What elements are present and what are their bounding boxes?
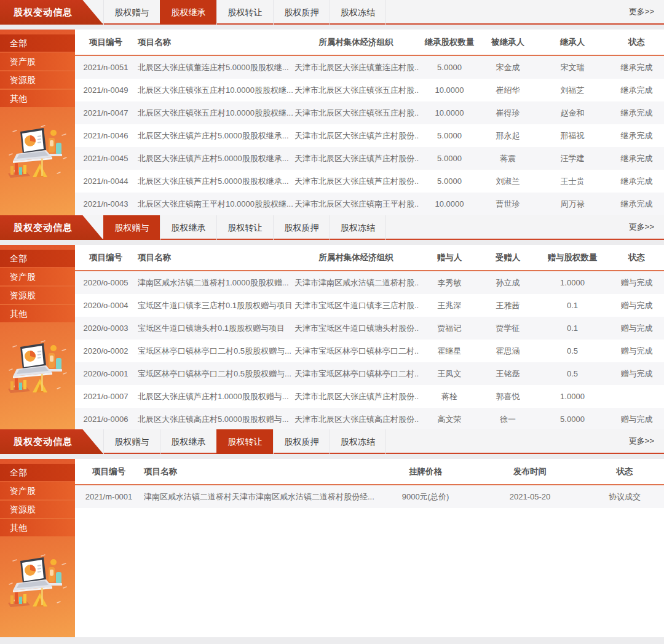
table-cell: 天津市北辰区大张庄镇南王平村股... xyxy=(293,199,419,210)
sidebar-item-resource-shares[interactable]: 资源股 xyxy=(0,71,75,89)
tab-equity-freeze[interactable]: 股权冻结 xyxy=(330,429,386,454)
table-cell: 贾福记 xyxy=(419,323,480,334)
table-cell: 王铭磊 xyxy=(480,368,536,380)
section-content: 全部资产股资源股其他 项目编号项目名称挂牌价格发布时间状态2021/m- xyxy=(0,459,664,637)
table-cell: 天津市宝坻区林亭口镇林亭口二村... xyxy=(293,346,419,357)
table-cell: 郭喜悦 xyxy=(480,391,536,402)
table-row[interactable]: 2020/o-0004宝坻区牛道口镇李三店村0.1股股权赠与项目天津市宝坻区牛道… xyxy=(75,294,664,317)
tab-equity-transfer[interactable]: 股权转让 xyxy=(216,215,273,240)
table-row[interactable]: 2021/n-0051北辰区大张庄镇董连庄村5.0000股股权继...天津市北辰… xyxy=(75,56,664,79)
table-cell: 2020/o-0001 xyxy=(75,369,136,378)
table-cell: 天津市宝坻区牛道口镇塘头村股份... xyxy=(293,323,419,334)
section-header-bar: 股权变动信息股权赠与股权继承股权转让股权质押股权冻结更多>> xyxy=(0,215,664,240)
tab-equity-pledge[interactable]: 股权质押 xyxy=(273,215,330,240)
laptop-icon xyxy=(13,343,52,378)
table-cell: 2020/o-0002 xyxy=(75,346,136,356)
table-cell: 继承完成 xyxy=(609,130,664,141)
header-cell: 被继承人 xyxy=(480,37,536,48)
tab-equity-transfer[interactable]: 股权转让 xyxy=(216,0,273,25)
table-cell: 2021/n-0051 xyxy=(75,63,136,72)
table-row[interactable]: 2021/o-0007北辰区大张庄镇芦庄村1.0000股股权赠与...天津市北辰… xyxy=(75,385,664,408)
table-header-row: 项目编号项目名称挂牌价格发布时间状态 xyxy=(75,459,664,485)
tab-equity-freeze[interactable]: 股权冻结 xyxy=(330,215,386,240)
table-cell: 2021/n-0049 xyxy=(75,85,136,95)
header-cell: 状态 xyxy=(609,37,664,48)
tab-equity-pledge[interactable]: 股权质押 xyxy=(273,0,330,25)
more-link[interactable]: 更多>> xyxy=(629,6,664,17)
table-cell: 孙立成 xyxy=(480,277,536,288)
sidebar-item-other[interactable]: 其他 xyxy=(0,305,75,322)
table-cell: 继承完成 xyxy=(609,108,664,119)
table-row[interactable]: 2020/o-0002宝坻区林亭口镇林亭口二村0.5股股权赠与...天津市宝坻区… xyxy=(75,340,664,362)
sidebar-item-resource-shares[interactable]: 资源股 xyxy=(0,287,75,304)
table-cell: 赠与完成 xyxy=(609,277,664,288)
tab-equity-gift[interactable]: 股权赠与 xyxy=(103,429,160,454)
tab-equity-gift[interactable]: 股权赠与 xyxy=(103,215,160,240)
table-cell: 2020/o-0005 xyxy=(75,278,136,287)
table-row[interactable]: 2021/n-0047北辰区大张庄镇张五庄村10.0000股股权继...天津市北… xyxy=(75,101,664,124)
header-cell: 项目编号 xyxy=(75,37,136,48)
tab-equity-inheritance[interactable]: 股权继承 xyxy=(160,429,216,454)
sidebar-illustration xyxy=(6,338,69,395)
table-row[interactable]: 2020/o-0001宝坻区林亭口镇林亭口二村0.5股股权赠与...天津市宝坻区… xyxy=(75,362,664,385)
table-cell: 崔绍华 xyxy=(480,85,536,96)
table-cell: 津南区咸水沽镇二道桥村天津市津南区咸水沽镇二道桥村股份经... xyxy=(143,491,376,503)
table-cell: 赠与完成 xyxy=(609,414,664,425)
table-row[interactable]: 2020/o-0005津南区咸水沽镇二道桥村1.0000股股权赠...天津市津南… xyxy=(75,271,664,294)
table-cell: 北辰区大张庄镇董连庄村5.0000股股权继... xyxy=(136,62,293,73)
table-cell: 宋文瑞 xyxy=(536,62,609,73)
table-row[interactable]: 2021/o-0006北辰区大张庄镇高庄村5.0000股股权赠与...天津市北辰… xyxy=(75,408,664,429)
table-cell: 霍思涵 xyxy=(480,346,536,357)
table-row[interactable]: 2021/n-0045北辰区大张庄镇芦庄村5.0000股股权继承...天津市北辰… xyxy=(75,147,664,170)
table-row[interactable]: 2021/n-0049北辰区大张庄镇张五庄村10.0000股股权继...天津市北… xyxy=(75,79,664,101)
tab-equity-pledge[interactable]: 股权质押 xyxy=(273,429,330,454)
tab-equity-inheritance[interactable]: 股权继承 xyxy=(160,215,216,240)
tab-equity-transfer[interactable]: 股权转让 xyxy=(216,429,273,454)
table-cell: 宝坻区牛道口镇塘头村0.1股股权赠与项目 xyxy=(136,323,293,334)
tab-equity-gift[interactable]: 股权赠与 xyxy=(103,0,160,25)
sidebar-item-all[interactable]: 全部 xyxy=(0,34,75,52)
table-cell: 北辰区大张庄镇南王平村10.0000股股权继... xyxy=(136,199,293,210)
table-cell: 1.0000 xyxy=(536,278,609,287)
table-cell: 王雅茜 xyxy=(480,300,536,311)
mound-icon xyxy=(33,374,47,392)
table-cell: 5.0000 xyxy=(419,131,480,140)
table-cell: 周万禄 xyxy=(536,199,609,210)
table-row[interactable]: 2021/n-0044北辰区大张庄镇芦庄村5.0000股股权继承...天津市北辰… xyxy=(75,170,664,193)
section-content: 全部资产股资源股其他 项目编号项目名称所属村集体经济组织赠与人受赠人赠与 xyxy=(0,245,664,429)
more-link[interactable]: 更多>> xyxy=(629,435,664,447)
sidebar-item-other[interactable]: 其他 xyxy=(0,90,75,107)
sidebar-item-asset-shares[interactable]: 资产股 xyxy=(0,268,75,285)
table-row[interactable]: 2021/n-0046北辰区大张庄镇芦庄村5.0000股股权继承...天津市北辰… xyxy=(75,124,664,147)
header-cell: 赠与人 xyxy=(419,252,480,263)
table-cell: 1.0000 xyxy=(536,392,609,401)
tab-equity-inheritance[interactable]: 股权继承 xyxy=(160,0,216,25)
header-cell: 挂牌价格 xyxy=(376,466,475,477)
section-header-bar: 股权变动信息股权赠与股权继承股权转让股权质押股权冻结更多>> xyxy=(0,429,664,454)
section-header-bar: 股权变动信息股权赠与股权继承股权转让股权质押股权冻结更多>> xyxy=(0,0,664,25)
sidebar-item-asset-shares[interactable]: 资产股 xyxy=(0,53,75,70)
table-cell: 王士贵 xyxy=(536,176,609,187)
table-cell: 贾学征 xyxy=(480,323,536,334)
table-cell: 天津市北辰区大张庄镇芦庄村股份... xyxy=(293,130,419,141)
section-title: 股权变动信息 xyxy=(14,7,73,18)
sidebar-item-resource-shares[interactable]: 资源股 xyxy=(0,501,75,518)
header-cell: 继承股权数量 xyxy=(419,37,480,48)
table-row[interactable]: 2021/n-0043北辰区大张庄镇南王平村10.0000股股权继...天津市北… xyxy=(75,193,664,215)
table-cell: 北辰区大张庄镇张五庄村10.0000股股权继... xyxy=(136,108,293,119)
beakers-icon xyxy=(49,353,62,372)
header-cell: 项目名称 xyxy=(136,37,293,48)
sidebar-item-all[interactable]: 全部 xyxy=(0,250,75,267)
more-link[interactable]: 更多>> xyxy=(629,221,664,233)
sidebar-item-other[interactable]: 其他 xyxy=(0,519,75,536)
tab-equity-freeze[interactable]: 股权冻结 xyxy=(330,0,386,25)
table-cell: 汪学建 xyxy=(536,153,609,164)
sidebar-item-asset-shares[interactable]: 资产股 xyxy=(0,482,75,499)
sidebar-item-all[interactable]: 全部 xyxy=(0,464,75,481)
table-row[interactable]: 2020/o-0003宝坻区牛道口镇塘头村0.1股股权赠与项目天津市宝坻区牛道口… xyxy=(75,317,664,340)
header-cell: 发布时间 xyxy=(475,466,585,477)
table-cell: 2021-05-20 xyxy=(475,492,585,501)
table-cell: 0.5 xyxy=(536,346,609,356)
table-cell: 0.1 xyxy=(536,301,609,310)
table-row[interactable]: 2021/m-0001津南区咸水沽镇二道桥村天津市津南区咸水沽镇二道桥村股份经.… xyxy=(75,485,664,508)
